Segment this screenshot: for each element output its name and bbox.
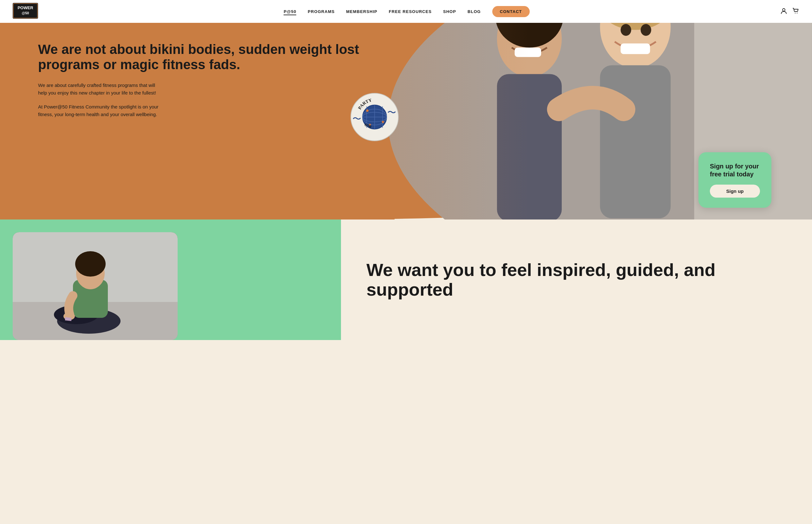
nav-item-contact[interactable]: CONTACT bbox=[492, 6, 530, 17]
svg-point-12 bbox=[600, 23, 671, 68]
svg-point-4 bbox=[782, 9, 785, 11]
party-badge: ★ ★ ★ 〜 〜 PARTY @50 bbox=[349, 92, 400, 143]
svg-rect-13 bbox=[600, 65, 671, 218]
svg-point-18 bbox=[516, 30, 525, 41]
second-left-panel bbox=[0, 219, 341, 340]
signup-card: Sign up for your free trial today Sign u… bbox=[698, 152, 772, 208]
signup-card-title: Sign up for your free trial today bbox=[710, 162, 760, 178]
svg-point-6 bbox=[797, 12, 797, 13]
svg-rect-16 bbox=[621, 44, 650, 54]
nav-links: P@50 PROGRAMS MEMBERSHIP FREE RESOURCES … bbox=[284, 6, 529, 17]
svg-point-46 bbox=[92, 270, 97, 275]
svg-text:〜: 〜 bbox=[387, 108, 396, 117]
second-right-panel: We want you to feel inspired, guided, an… bbox=[341, 219, 812, 340]
second-photo bbox=[13, 232, 178, 340]
hero-section: We are not about bikini bodies, sudden w… bbox=[0, 23, 812, 219]
svg-text:〜: 〜 bbox=[352, 114, 361, 124]
second-headline: We want you to feel inspired, guided, an… bbox=[366, 260, 786, 299]
nav-item-programs[interactable]: PROGRAMS bbox=[308, 9, 335, 14]
svg-point-21 bbox=[641, 24, 651, 36]
svg-point-15 bbox=[599, 23, 672, 30]
navigation: POWER @50 P@50 PROGRAMS MEMBERSHIP FREE … bbox=[0, 0, 812, 23]
logo[interactable]: POWER @50 bbox=[13, 3, 38, 20]
nav-item-blog[interactable]: BLOG bbox=[467, 9, 481, 14]
nav-item-shop[interactable]: SHOP bbox=[443, 9, 456, 14]
svg-point-45 bbox=[84, 270, 88, 275]
nav-item-free-resources[interactable]: FREE RESOURCES bbox=[389, 9, 432, 14]
hero-body-2: At Power@50 Fitness Community the spotli… bbox=[38, 103, 159, 118]
nav-icons bbox=[780, 7, 799, 16]
nav-item-p50[interactable]: P@50 bbox=[284, 9, 296, 14]
svg-point-5 bbox=[795, 12, 796, 13]
cart-icon[interactable] bbox=[792, 7, 799, 16]
svg-point-43 bbox=[75, 251, 105, 277]
svg-point-10 bbox=[497, 23, 562, 77]
account-icon[interactable] bbox=[780, 7, 787, 16]
contact-button[interactable]: CONTACT bbox=[492, 6, 530, 17]
svg-rect-17 bbox=[515, 48, 542, 57]
signup-button[interactable]: Sign up bbox=[710, 185, 760, 198]
nav-item-membership[interactable]: MEMBERSHIP bbox=[346, 9, 378, 14]
svg-text:★: ★ bbox=[381, 119, 385, 124]
svg-rect-11 bbox=[497, 74, 562, 219]
svg-point-14 bbox=[495, 23, 563, 48]
svg-point-19 bbox=[535, 30, 544, 41]
svg-point-20 bbox=[621, 24, 631, 36]
svg-text:★: ★ bbox=[365, 108, 369, 113]
second-section: We want you to feel inspired, guided, an… bbox=[0, 219, 812, 340]
svg-text:POWER: POWER bbox=[17, 5, 33, 10]
svg-text:@50: @50 bbox=[22, 11, 29, 15]
hero-headline: We are not about bikini bodies, sudden w… bbox=[38, 42, 403, 72]
hero-body-1: We are about carefully crafted fitness p… bbox=[38, 82, 159, 97]
